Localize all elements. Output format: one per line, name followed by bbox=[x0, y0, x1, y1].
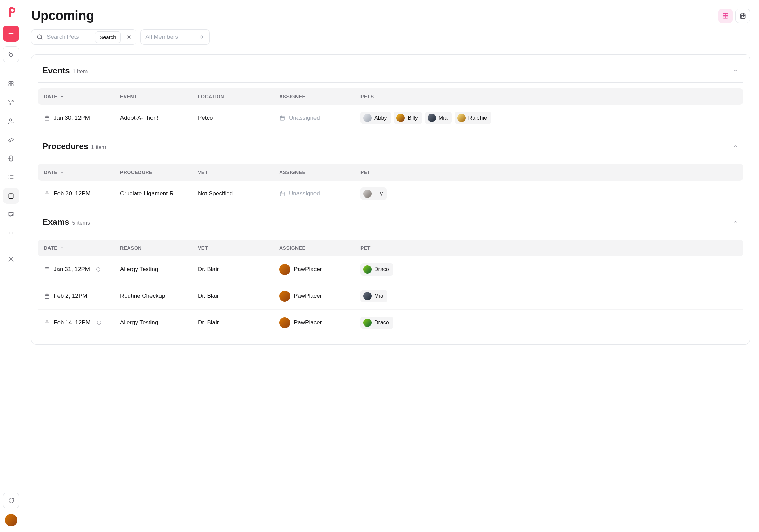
assignee-text: Unassigned bbox=[289, 190, 320, 197]
col-location[interactable]: LOCATION bbox=[198, 94, 279, 99]
section-events-header[interactable]: Events 1 item bbox=[38, 63, 743, 75]
nav-people[interactable] bbox=[3, 113, 19, 129]
pet-chip[interactable]: Abby bbox=[360, 112, 391, 124]
pet-chip[interactable]: Ralphie bbox=[455, 112, 491, 124]
nav-tasks[interactable] bbox=[3, 169, 19, 185]
nav-meds[interactable] bbox=[3, 132, 19, 148]
view-calendar-button[interactable] bbox=[735, 9, 750, 23]
view-table-button[interactable] bbox=[718, 9, 733, 23]
date-text: Jan 30, 12PM bbox=[54, 114, 90, 121]
divider bbox=[6, 71, 17, 71]
search-input[interactable] bbox=[47, 34, 92, 40]
section-exams-header[interactable]: Exams 5 items bbox=[38, 214, 743, 227]
col-event[interactable]: EVENT bbox=[120, 94, 198, 99]
col-date[interactable]: DATE bbox=[44, 94, 120, 99]
col-reason[interactable]: REASON bbox=[120, 245, 198, 251]
search-box: Search bbox=[31, 29, 136, 45]
pet-avatar bbox=[363, 319, 372, 327]
calendar-icon bbox=[44, 293, 50, 299]
nav-dashboard[interactable] bbox=[3, 76, 19, 92]
col-vet[interactable]: VET bbox=[198, 169, 279, 175]
pet-name: Mia bbox=[374, 293, 383, 299]
table-row[interactable]: Jan 31, 12PM Allergy Testing Dr. Blair P… bbox=[38, 256, 743, 283]
col-procedure[interactable]: PROCEDURE bbox=[120, 169, 198, 175]
table-icon bbox=[722, 12, 729, 19]
pet-chip[interactable]: Lily bbox=[360, 187, 387, 200]
table-row[interactable]: Feb 2, 12PM Routine Checkup Dr. Blair Pa… bbox=[38, 283, 743, 310]
col-assignee[interactable]: ASSIGNEE bbox=[279, 245, 360, 251]
nav-favorites[interactable] bbox=[3, 46, 19, 62]
member-filter-placeholder: All Members bbox=[146, 34, 178, 40]
pet-chip[interactable]: Mia bbox=[425, 112, 452, 124]
app-logo[interactable] bbox=[5, 6, 17, 18]
col-pet[interactable]: PET bbox=[360, 245, 737, 251]
main-content: Upcoming Search All Members bbox=[22, 0, 759, 532]
chevron-up-icon bbox=[732, 143, 739, 149]
pet-chip[interactable]: Draco bbox=[360, 317, 393, 329]
assignee-cell: Unassigned bbox=[279, 190, 360, 197]
section-exams-title: Exams bbox=[43, 217, 69, 227]
section-procedures-header[interactable]: Procedures 1 item bbox=[38, 139, 743, 151]
section-procedures-count: 1 item bbox=[91, 144, 106, 150]
search-clear-button[interactable] bbox=[124, 32, 134, 42]
col-pet[interactable]: PET bbox=[360, 169, 737, 175]
pet-avatar bbox=[363, 190, 372, 198]
member-filter-select[interactable]: All Members bbox=[140, 29, 210, 45]
nav-intake[interactable] bbox=[3, 150, 19, 166]
section-events: Events 1 item DATE EVENT LOCATION ASS bbox=[38, 63, 743, 131]
chevron-up-icon bbox=[732, 219, 739, 225]
pet-chip[interactable]: Mia bbox=[360, 290, 387, 302]
divider bbox=[38, 234, 743, 234]
table-row[interactable]: Jan 30, 12PM Adopt-A-Thon! Petco Unassig… bbox=[38, 105, 743, 131]
pet-name: Billy bbox=[408, 115, 418, 121]
pet-chip[interactable]: Billy bbox=[394, 112, 422, 124]
date-cell: Jan 31, 12PM bbox=[44, 266, 120, 273]
nav-feedback[interactable] bbox=[3, 493, 19, 508]
col-assignee[interactable]: ASSIGNEE bbox=[279, 169, 360, 175]
col-assignee[interactable]: ASSIGNEE bbox=[279, 94, 360, 99]
nav-messages[interactable] bbox=[3, 207, 19, 222]
nav-more[interactable] bbox=[3, 225, 19, 241]
table-row[interactable]: Feb 20, 12PM Cruciate Ligament R... Not … bbox=[38, 181, 743, 207]
assignee-cell: PawPlacer bbox=[279, 291, 360, 302]
date-cell: Feb 14, 12PM bbox=[44, 319, 120, 326]
pet-cell: Draco bbox=[360, 317, 737, 329]
section-events-count: 1 item bbox=[73, 68, 88, 75]
procedures-table-header: DATE PROCEDURE VET ASSIGNEE PET bbox=[38, 164, 743, 181]
date-text: Feb 2, 12PM bbox=[54, 293, 87, 300]
close-icon bbox=[126, 34, 132, 40]
updown-icon bbox=[199, 34, 204, 40]
chevron-up-icon bbox=[732, 67, 739, 74]
add-button[interactable] bbox=[3, 26, 19, 42]
table-row[interactable]: Feb 14, 12PM Allergy Testing Dr. Blair P… bbox=[38, 310, 743, 336]
col-date[interactable]: DATE bbox=[44, 169, 120, 175]
nav-network[interactable] bbox=[3, 94, 19, 110]
date-cell: Feb 2, 12PM bbox=[44, 293, 120, 300]
col-pets[interactable]: PETS bbox=[360, 94, 737, 99]
page-title: Upcoming bbox=[31, 8, 94, 23]
pet-name: Ralphie bbox=[468, 115, 487, 121]
sidebar bbox=[0, 0, 22, 532]
assignee-avatar bbox=[279, 317, 290, 328]
divider bbox=[38, 158, 743, 158]
divider bbox=[38, 82, 743, 83]
date-text: Feb 20, 12PM bbox=[54, 190, 91, 197]
calendar-icon bbox=[44, 115, 50, 121]
chevron-up-icon bbox=[60, 246, 64, 250]
nav-settings[interactable] bbox=[3, 251, 19, 267]
exams-table-header: DATE REASON VET ASSIGNEE PET bbox=[38, 240, 743, 256]
recurring-icon bbox=[96, 320, 102, 325]
nav-calendar[interactable] bbox=[3, 188, 19, 204]
col-date[interactable]: DATE bbox=[44, 245, 120, 251]
event-name: Adopt-A-Thon! bbox=[120, 114, 198, 121]
calendar-icon bbox=[44, 320, 50, 326]
col-vet[interactable]: VET bbox=[198, 245, 279, 251]
date-text: Feb 14, 12PM bbox=[54, 319, 91, 326]
pet-avatar bbox=[428, 114, 436, 122]
pet-cell: Lily bbox=[360, 187, 737, 200]
pet-chip[interactable]: Draco bbox=[360, 263, 393, 276]
recurring-icon bbox=[95, 267, 101, 272]
calendar-icon bbox=[739, 12, 746, 19]
search-submit-button[interactable]: Search bbox=[95, 31, 121, 43]
user-avatar[interactable] bbox=[5, 514, 17, 526]
